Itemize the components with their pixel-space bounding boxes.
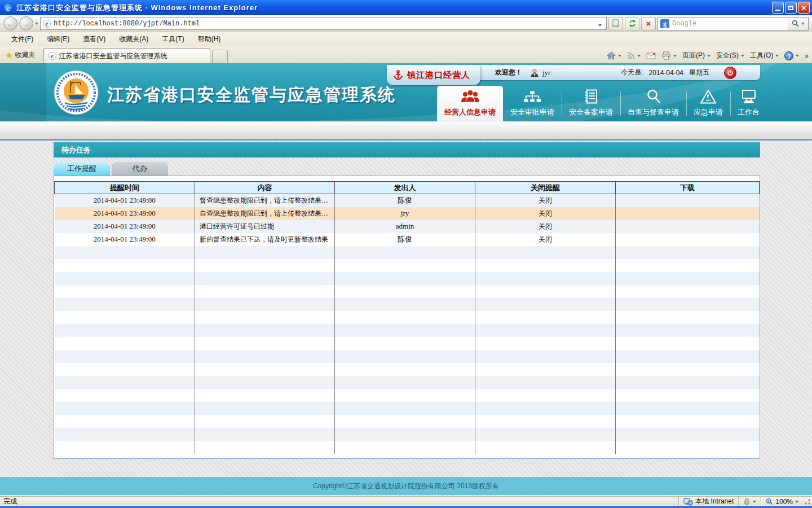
user-bar: 镇江港口经营人 欢迎您！ jyr 今天是: 2014-04-04 星期五: [387, 65, 760, 80]
back-button[interactable]: ←: [3, 16, 17, 30]
nav-self-inspection[interactable]: 自查与督查申请: [620, 86, 686, 121]
restore-button[interactable]: [785, 2, 797, 14]
table-row-empty: [55, 337, 760, 350]
refresh-button[interactable]: [625, 17, 639, 30]
ie-logo-icon: e: [3, 3, 13, 12]
forward-button[interactable]: →: [19, 16, 33, 30]
close-reminder-link[interactable]: 关闭: [475, 207, 616, 220]
cell-content: 督查隐患整改期限已到，请上传整改结果…: [195, 194, 335, 207]
table-row-empty: [55, 441, 760, 454]
search-icon: [792, 20, 799, 27]
minimize-button[interactable]: [772, 2, 784, 14]
nav-emergency[interactable]: 应急申请: [686, 86, 730, 121]
col-sender-header: 发出人: [335, 182, 475, 194]
tools-menu-button[interactable]: 工具(O): [750, 51, 779, 60]
menu-file[interactable]: 文件(F): [5, 33, 40, 46]
more-commands-chevron[interactable]: »: [805, 52, 809, 60]
compatibility-view-button[interactable]: [608, 17, 623, 30]
cell-download: [616, 220, 760, 233]
protected-mode-button[interactable]: [738, 497, 761, 506]
stop-button[interactable]: ×: [641, 17, 656, 30]
cell-time: 2014-04-01 23:49:00: [55, 207, 195, 220]
menu-bar: 文件(F) 编辑(E) 查看(V) 收藏夹(A) 工具(T) 帮助(H): [0, 32, 812, 46]
table-row-empty: [55, 324, 760, 337]
table-row: 2014-04-01 23:49:00 督查隐患整改期限已到，请上传整改结果… …: [55, 194, 760, 207]
print-button[interactable]: [661, 51, 677, 60]
favorites-bar: ★ 收藏夹 e 江苏省港口安全监管与应急管理系统 页面(P): [0, 46, 812, 63]
table-row-empty: [55, 428, 760, 441]
people-icon: [460, 87, 480, 104]
close-button[interactable]: ×: [798, 2, 810, 14]
cell-time: 2014-04-01 23:49:00: [55, 194, 195, 207]
menu-favorites[interactable]: 收藏夹(A): [112, 33, 155, 46]
org-name: 镇江港口经营人: [407, 70, 470, 81]
nav-label: 应急申请: [694, 107, 723, 117]
page-menu-button[interactable]: 页面(P): [682, 51, 710, 60]
search-input[interactable]: g Google: [657, 17, 809, 30]
menu-view[interactable]: 查看(V): [76, 33, 112, 46]
nav-workbench[interactable]: 工作台: [730, 86, 767, 121]
search-placeholder: Google: [672, 20, 785, 28]
close-reminder-link[interactable]: 关闭: [475, 233, 616, 246]
favorites-label: 收藏夹: [15, 50, 36, 60]
address-dropdown-button[interactable]: [596, 19, 604, 29]
close-reminder-link[interactable]: 关闭: [475, 194, 616, 207]
table-row-empty: [55, 311, 760, 324]
cell-sender: 陈俊: [335, 233, 475, 246]
table-row-empty: [55, 376, 760, 389]
cell-sender: admin: [335, 220, 475, 233]
cell-sender: 陈俊: [335, 194, 475, 207]
menu-tools[interactable]: 工具(T): [155, 33, 191, 46]
cell-download: [616, 233, 760, 246]
address-field[interactable]: e http://localhost:8080/yjpt/Main.html: [40, 17, 607, 30]
tab-work-reminder[interactable]: 工作提醒: [54, 162, 110, 176]
task-table-body: 2014-04-01 23:49:00 督查隐患整改期限已到，请上传整改结果… …: [55, 194, 760, 454]
close-reminder-link[interactable]: 关闭: [475, 220, 616, 233]
new-tab-stub[interactable]: [212, 50, 228, 63]
status-right: 本地 Intranet 100%: [678, 497, 811, 506]
org-chart-icon: [523, 87, 542, 104]
zoom-icon: [766, 498, 773, 505]
content-area: 待办任务 工作提醒 代办 提醒时间 内容 发出人 关闭提醒 下载: [0, 141, 812, 496]
security-zone: 本地 Intranet: [678, 497, 738, 506]
col-content-header: 内容: [195, 182, 335, 194]
resize-grip[interactable]: [804, 498, 811, 505]
compatibility-icon: [612, 19, 620, 28]
nav-safety-approval[interactable]: 安全审批申请: [503, 86, 562, 121]
table-row-empty: [55, 259, 760, 272]
titlebar: e 江苏省港口安全监管与应急管理系统 - Windows Internet Ex…: [0, 0, 812, 15]
help-icon: ?: [784, 51, 793, 60]
nav-operator-info[interactable]: 经营人信息申请: [437, 86, 503, 121]
table-row-empty: [55, 298, 760, 311]
nav-safety-record[interactable]: 安全备案申请: [562, 86, 620, 121]
workbench-icon: [740, 87, 758, 104]
zoom-control[interactable]: 100%: [761, 497, 803, 506]
print-icon: [661, 51, 671, 60]
table-row-empty: [55, 350, 760, 363]
task-table-panel: 提醒时间 内容 发出人 关闭提醒 下载 2014-04-01 23:49:00 …: [54, 176, 760, 459]
history-dropdown-icon[interactable]: [35, 23, 38, 25]
read-mail-button[interactable]: [646, 52, 656, 59]
zone-label: 本地 Intranet: [695, 497, 734, 506]
url-text[interactable]: http://localhost:8080/yjpt/Main.html: [54, 20, 593, 28]
subheader-band: [0, 121, 812, 139]
nav-label: 工作台: [738, 107, 760, 117]
help-menu-button[interactable]: ?: [784, 51, 799, 60]
favorites-button[interactable]: ★ 收藏夹: [3, 50, 40, 63]
web-page: 江苏省港口安全监管与应急管理系统 镇江港口经营人 欢迎您！: [0, 63, 812, 496]
active-browser-tab[interactable]: e 江苏省港口安全监管与应急管理系统: [43, 48, 210, 63]
home-button[interactable]: [607, 51, 621, 60]
menu-help[interactable]: 帮助(H): [191, 33, 228, 46]
logout-button[interactable]: [724, 67, 736, 79]
search-button[interactable]: [788, 17, 808, 30]
username: jyr: [542, 68, 550, 77]
feeds-button[interactable]: [627, 52, 641, 60]
restore-icon: [788, 6, 793, 10]
page-favicon-icon: e: [43, 20, 51, 28]
cell-download: [616, 207, 760, 220]
menu-edit[interactable]: 编辑(E): [40, 33, 76, 46]
search-dropdown-icon[interactable]: [801, 23, 805, 25]
tab-todo[interactable]: 代办: [112, 162, 168, 176]
system-title: 江苏省港口安全监管与应急管理系统: [107, 84, 396, 107]
safety-menu-button[interactable]: 安全(S): [716, 51, 744, 60]
